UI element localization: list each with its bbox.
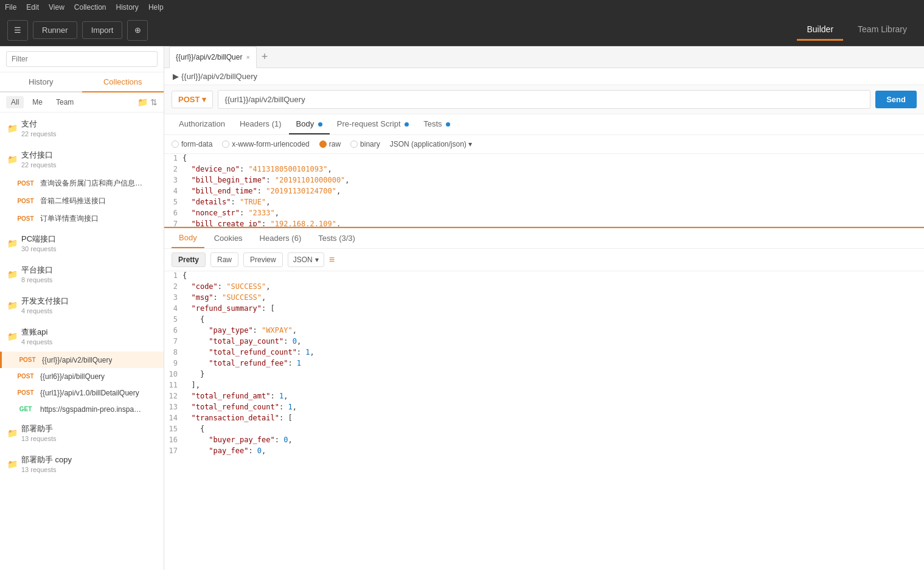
collection-info: 支付接口 22 requests [21, 150, 56, 169]
format-select[interactable]: JSON ▾ [288, 252, 324, 267]
option-binary[interactable]: binary [350, 140, 380, 148]
response-toolbar: Pretty Raw Preview JSON ▾ ≡ [164, 249, 924, 271]
breadcrumb-arrow: ▶ [173, 72, 179, 81]
menu-history[interactable]: History [116, 3, 139, 12]
radio-binary [350, 141, 358, 148]
collection-header-pingtai[interactable]: 📁 平台接口 8 requests [0, 259, 164, 290]
collection-info: 支付 22 requests [21, 119, 56, 137]
collection-header-zhifujiekou[interactable]: 📁 支付接口 22 requests [0, 144, 164, 175]
collection-info: 部署助手 copy 13 requests [21, 454, 72, 473]
collection-header-zhifu[interactable]: 📁 支付 22 requests [0, 113, 164, 144]
url-input[interactable] [218, 90, 870, 109]
tab-prerequest[interactable]: Pre-request Script [330, 114, 416, 134]
folder-icon: 📁 [7, 123, 18, 133]
collection-name: 平台接口 [21, 265, 53, 276]
collection-name: 查账api [21, 327, 52, 338]
sidebar: History Collections All Me Team 📁 ⇅ 📁 支付… [0, 46, 164, 570]
wrap-icon[interactable]: ≡ [329, 254, 335, 265]
code-line: 1{ [164, 154, 924, 165]
request-name: 查询设备所属门店和商户信息接口 [40, 178, 144, 189]
sidebar-request-chaxun1[interactable]: POST 查询设备所属门店和商户信息接口 [0, 175, 164, 192]
code-line: 3 "msg": "SUCCESS", [164, 293, 924, 304]
format-pretty-btn[interactable]: Pretty [172, 252, 206, 267]
request-name: {{url6}}/api/billQuery [40, 372, 105, 381]
sidebar-request-req1-active[interactable]: POST {{url}}/api/v2/billQuery [0, 352, 164, 368]
request-name: 音箱二维码推送接口 [40, 196, 106, 206]
sidebar-toggle-button[interactable]: ☰ [7, 20, 28, 41]
filter-all[interactable]: All [6, 96, 24, 108]
option-urlencoded[interactable]: x-www-form-urlencoded [222, 140, 309, 148]
new-tab-button[interactable]: ⊕ [127, 20, 148, 41]
collection-count: 22 requests [21, 130, 56, 137]
new-folder-icon[interactable]: 📁 [137, 97, 148, 107]
send-button[interactable]: Send [875, 91, 917, 108]
filter-team[interactable]: Team [51, 96, 78, 108]
menu-bar: File Edit View Collection History Help [0, 0, 924, 15]
option-raw[interactable]: raw [319, 140, 341, 148]
search-input[interactable] [6, 51, 158, 67]
collection-header-zhangdan[interactable]: 📁 查账api 4 requests [0, 321, 164, 352]
headers-badge: (1) [272, 119, 282, 128]
sidebar-toggle-icon: ☰ [14, 26, 21, 35]
menu-help[interactable]: Help [148, 3, 164, 12]
collection-header-kaifa[interactable]: 📁 开发支付接口 4 requests [0, 290, 164, 321]
import-button[interactable]: Import [82, 21, 123, 39]
sidebar-request-req3[interactable]: POST {{url1}}/api/v1.0/billDetailQuery [0, 384, 164, 401]
radio-raw [319, 141, 327, 148]
body-dot [318, 122, 322, 127]
request-name-active: {{url}}/api/v2/billQuery [42, 356, 112, 364]
collection-header-pc[interactable]: 📁 PC端接口 30 requests [0, 228, 164, 259]
response-body[interactable]: 1{ 2 "code": "SUCCESS", 3 "msg": "SUCCES… [164, 271, 924, 570]
menu-view[interactable]: View [49, 3, 64, 12]
json-format-dropdown[interactable]: JSON (application/json) ▾ [390, 140, 472, 148]
add-tab-button[interactable]: + [258, 50, 272, 63]
method-badge-post: POST [15, 388, 36, 397]
response-tab-headers[interactable]: Headers (6) [252, 229, 309, 248]
tab-history[interactable]: History [0, 72, 82, 91]
tab-team-library[interactable]: Team Library [848, 19, 917, 41]
request-tab-close[interactable]: × [246, 54, 249, 61]
radio-form-data [172, 141, 179, 148]
format-select-arrow: ▾ [315, 255, 319, 264]
collection-group-zhangdan: 📁 查账api 4 requests POST {{url}}/api/v2/b… [0, 321, 164, 417]
tab-authorization[interactable]: Authorization [172, 114, 232, 134]
runner-button[interactable]: Runner [33, 21, 77, 39]
folder-icon: 📁 [7, 301, 18, 310]
response-tab-tests[interactable]: Tests (3/3) [311, 229, 363, 248]
sidebar-request-req4[interactable]: GET https://sgspadmin-preo.inspay.com/c.… [0, 401, 164, 417]
menu-file[interactable]: File [5, 3, 16, 12]
tab-headers[interactable]: Headers (1) [232, 114, 289, 134]
response-tab-bar: Body Cookies Headers (6) Tests (3/3) [164, 228, 924, 249]
collection-header-bushu1[interactable]: 📁 部署助手 13 requests [0, 417, 164, 448]
tab-collections[interactable]: Collections [82, 72, 164, 92]
format-raw-btn[interactable]: Raw [210, 252, 238, 267]
response-tab-cookies[interactable]: Cookies [207, 229, 250, 248]
response-tab-body[interactable]: Body [172, 228, 204, 248]
sidebar-request-dingdan[interactable]: POST 订单详情查询接口 [0, 210, 164, 228]
collection-header-bushu2[interactable]: 📁 部署助手 copy 13 requests [0, 448, 164, 479]
sidebar-request-req2[interactable]: POST {{url6}}/api/billQuery [0, 368, 164, 384]
collection-info: PC端接口 30 requests [21, 234, 56, 252]
tab-tests[interactable]: Tests [416, 114, 457, 134]
body-options: form-data x-www-form-urlencoded raw bina… [164, 135, 924, 154]
collection-group-zhifu: 📁 支付 22 requests [0, 113, 164, 144]
dropdown-arrow-icon: ▾ [468, 140, 472, 148]
code-line: 2 "device_no": "4113180500101093", [164, 165, 924, 176]
sort-icon[interactable]: ⇅ [150, 97, 158, 107]
format-preview-btn[interactable]: Preview [243, 252, 283, 267]
tab-body[interactable]: Body [289, 114, 330, 134]
request-tab-active[interactable]: {{url}}/api/v2/billQuer × [169, 46, 257, 68]
menu-edit[interactable]: Edit [26, 3, 39, 12]
menu-collection[interactable]: Collection [74, 3, 106, 12]
request-name: {{url1}}/api/v1.0/billDetailQuery [40, 389, 139, 397]
method-label: POST [178, 95, 200, 104]
request-body-editor[interactable]: 1{ 2 "device_no": "4113180500101093", 3 … [164, 154, 924, 227]
tab-builder[interactable]: Builder [797, 19, 843, 41]
filter-me[interactable]: Me [27, 96, 47, 108]
code-line: 10 } [164, 370, 924, 381]
collection-count: 30 requests [21, 245, 56, 252]
option-form-data[interactable]: form-data [172, 140, 212, 148]
method-select[interactable]: POST ▾ [172, 91, 213, 108]
collection-group-kaifa: 📁 开发支付接口 4 requests [0, 290, 164, 321]
sidebar-request-yinxiang[interactable]: POST 音箱二维码推送接口 [0, 192, 164, 210]
